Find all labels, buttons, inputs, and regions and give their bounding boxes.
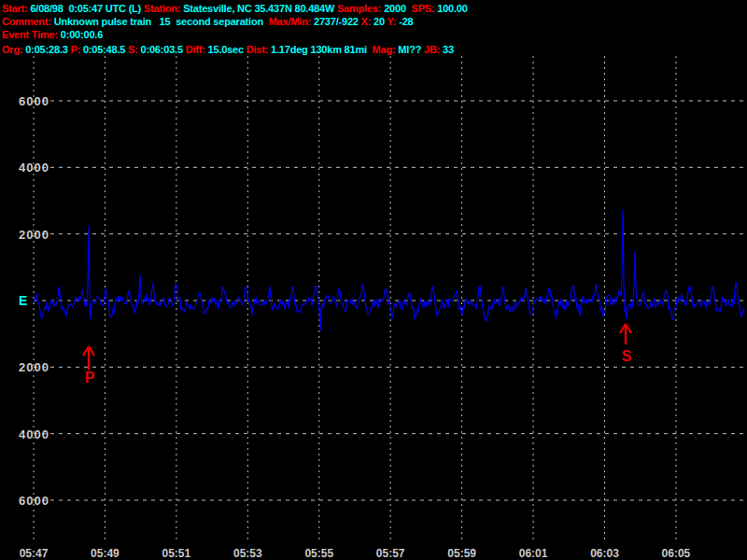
y-axis-label: 6000 <box>19 494 49 508</box>
x-axis-label: 05:53 <box>233 547 262 560</box>
header-field-label: Org: <box>2 44 25 55</box>
header-line-3: Event Time: 0:00:00.6 <box>2 28 468 41</box>
header-field-label: Event Time: <box>2 29 61 40</box>
header-line-4: Org: 0:05:28.3 P: 0:05:48.5 S: 0:06:03.5… <box>2 43 468 56</box>
seismogram-plot[interactable]: 600040002000E20004000600005:4705:4905:51… <box>0 0 747 560</box>
header-field-label: Samples: <box>337 3 384 14</box>
x-axis-label: 05:49 <box>91 547 120 560</box>
header-field-value: Ml?? <box>398 44 424 55</box>
x-axis-label: 05:51 <box>162 547 191 560</box>
y-axis-label: 4000 <box>19 161 49 175</box>
y-axis-label: 2000 <box>19 228 49 242</box>
p-phase-marker: P <box>83 346 95 385</box>
header-field-label: X: <box>361 16 374 27</box>
y-axis-label: 6000 <box>19 94 49 108</box>
header-field-value: 15.0sec <box>208 44 247 55</box>
x-axis-label: 06:03 <box>590 547 619 560</box>
header-field-value: Unknown pulse train 15 second separation <box>54 16 269 27</box>
header-field-label: Y: <box>388 16 400 27</box>
header-field-value: Statesville, NC 35.437N 80.484W <box>183 3 337 14</box>
header-field-label: Start: <box>2 3 30 14</box>
header-field-value: 0:05:48.5 <box>83 44 128 55</box>
y-axis-label: 4000 <box>19 427 49 441</box>
header-line-1: Start: 6/08/98 0:05:47 UTC (L) Station: … <box>2 2 468 15</box>
header-field-value: 2000 <box>384 3 411 14</box>
header-field-value: -28 <box>399 16 413 27</box>
header-field-label: P: <box>70 44 82 55</box>
s-phase-marker: S <box>620 324 632 364</box>
header-field-label: JB: <box>424 44 443 55</box>
s-marker-label: S <box>622 348 632 364</box>
y-axis-label: 2000 <box>19 360 49 374</box>
header-field-label: S: <box>128 44 140 55</box>
x-axis-label: 05:59 <box>447 547 476 560</box>
header-field-value: 2737/-922 <box>314 16 361 27</box>
header-field-value: 6/08/98 0:05:47 UTC (L) <box>30 3 144 14</box>
header-field-label: Station: <box>144 3 183 14</box>
header-field-label: Diff: <box>186 44 208 55</box>
header-field-label: Comment: <box>2 16 54 27</box>
x-axis-label: 06:05 <box>662 547 691 560</box>
p-marker-label: P <box>85 370 95 385</box>
header-field-value: 0:06:03.5 <box>141 44 186 55</box>
header-field-value: 1.17deg 130km 81mi <box>271 44 373 55</box>
x-axis-label: 05:55 <box>304 547 333 560</box>
winquake-window: Start: 6/08/98 0:05:47 UTC (L) Station: … <box>0 0 747 560</box>
header-field-value: 100.00 <box>437 3 467 14</box>
waveform-trace <box>34 209 744 330</box>
x-axis-label: 05:57 <box>376 547 405 560</box>
header-field-value: 0:00:00.6 <box>61 29 103 40</box>
header-field-value: 33 <box>443 44 454 55</box>
x-axis-label: 06:01 <box>519 547 548 560</box>
header-field-value: 0:05:28.3 <box>25 44 70 55</box>
header-field-label: Dist: <box>247 44 271 55</box>
header-line-2: Comment: Unknown pulse train 15 second s… <box>2 15 468 28</box>
header-field-value: 20 <box>374 16 388 27</box>
baseline-e-label: E <box>19 293 27 308</box>
x-axis-label: 05:47 <box>20 547 49 560</box>
event-info-header: Start: 6/08/98 0:05:47 UTC (L) Station: … <box>2 2 468 56</box>
header-field-label: SPS: <box>412 3 438 14</box>
header-field-label: Max/Min: <box>269 16 314 27</box>
header-field-label: Mag: <box>373 44 399 55</box>
